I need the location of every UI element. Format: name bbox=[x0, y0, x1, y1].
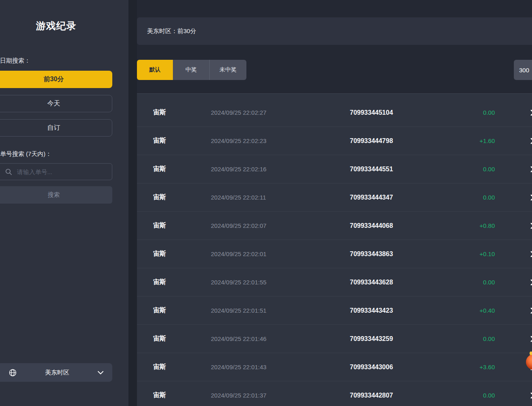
timezone-selector[interactable]: 美东时区 bbox=[0, 363, 112, 382]
chevron-right-icon[interactable] bbox=[495, 166, 532, 172]
order-number: 709933443006 bbox=[350, 364, 431, 371]
game-name: 宙斯 bbox=[137, 137, 211, 145]
order-number: 709933444551 bbox=[350, 166, 431, 173]
tab-lose[interactable]: 未中奖 bbox=[209, 60, 246, 80]
date-search-label: 日期搜索： bbox=[0, 57, 30, 65]
game-name: 宙斯 bbox=[137, 193, 211, 202]
search-button[interactable]: 搜索 bbox=[0, 186, 112, 204]
order-number: 709933444798 bbox=[350, 137, 431, 145]
chevron-right-icon[interactable] bbox=[495, 307, 532, 314]
order-number: 709933443863 bbox=[350, 250, 431, 258]
bet-time: 2024/09/25 22:01:46 bbox=[211, 335, 350, 342]
timezone-label: 美东时区 bbox=[17, 369, 98, 377]
order-search-input[interactable] bbox=[17, 168, 112, 175]
date-range-last30min-button[interactable]: 前30分 bbox=[0, 71, 112, 88]
filter-tabs: 默认 中奖 未中奖 bbox=[137, 60, 246, 80]
table-row[interactable]: 宙斯 2024/09/25 22:02:11 709933444347 0.00 bbox=[137, 183, 532, 212]
order-search-label: 单号搜索 (7天内)： bbox=[0, 150, 52, 158]
order-number: 709933443423 bbox=[350, 307, 431, 314]
date-range-today-button[interactable]: 今天 bbox=[0, 95, 112, 112]
bet-time: 2024/09/25 22:02:27 bbox=[211, 109, 350, 116]
tab-default[interactable]: 默认 bbox=[137, 60, 173, 80]
chevron-right-icon[interactable] bbox=[495, 138, 532, 144]
table-row[interactable]: 宙斯 2024/09/25 22:02:16 709933444551 0.00 bbox=[137, 155, 532, 183]
order-number: 709933444068 bbox=[350, 222, 431, 229]
chevron-down-icon bbox=[98, 371, 103, 374]
bet-time: 2024/09/25 22:01:51 bbox=[211, 307, 350, 314]
timezone-range-header: 美东时区：前30分 bbox=[137, 17, 532, 45]
win-amount: +0.40 bbox=[431, 307, 495, 314]
game-name: 宙斯 bbox=[137, 108, 211, 117]
table-row[interactable]: 宙斯 2024/09/25 22:01:55 709933443628 0.00 bbox=[137, 268, 532, 297]
table-row[interactable]: 宙斯 2024/09/25 22:02:07 709933444068 +0.8… bbox=[137, 212, 532, 240]
chevron-right-icon[interactable] bbox=[495, 223, 532, 229]
order-search-box bbox=[0, 163, 112, 180]
bet-time: 2024/09/25 22:02:01 bbox=[211, 250, 350, 257]
page-size-button[interactable]: 300 bbox=[514, 60, 532, 80]
table-row[interactable]: 宙斯 2024/09/25 22:02:01 709933443863 +0.1… bbox=[137, 240, 532, 268]
game-name: 宙斯 bbox=[137, 363, 211, 371]
order-number: 709933442807 bbox=[350, 392, 431, 399]
order-number: 709933443259 bbox=[350, 335, 431, 343]
table-row[interactable]: 宙斯 2024/09/25 22:01:46 709933443259 0.00 bbox=[137, 325, 532, 353]
chevron-right-icon[interactable] bbox=[495, 336, 532, 342]
order-number: 709933445104 bbox=[350, 109, 431, 116]
search-icon bbox=[5, 168, 12, 175]
date-range-custom-button[interactable]: 自订 bbox=[0, 119, 112, 137]
win-amount: +0.80 bbox=[431, 222, 495, 229]
sidebar: 游戏纪录 日期搜索： 前30分 今天 自订 单号搜索 (7天内)： 搜索 美东时… bbox=[0, 0, 128, 406]
bet-time: 2024/09/25 22:01:43 bbox=[211, 364, 350, 370]
win-amount: 0.00 bbox=[431, 109, 495, 116]
win-amount: 0.00 bbox=[431, 166, 495, 172]
order-number: 709933443628 bbox=[350, 279, 431, 286]
chevron-right-icon[interactable] bbox=[495, 109, 532, 116]
bet-time: 2024/09/25 22:02:07 bbox=[211, 222, 350, 229]
table-row[interactable]: 宙斯 2024/09/25 22:02:27 709933445104 0.00 bbox=[137, 99, 532, 127]
win-amount: +3.60 bbox=[431, 364, 495, 370]
chevron-right-icon[interactable] bbox=[495, 251, 532, 257]
game-name: 宙斯 bbox=[137, 165, 211, 173]
game-name: 宙斯 bbox=[137, 221, 211, 230]
page-title: 游戏纪录 bbox=[0, 19, 112, 32]
win-amount: 0.00 bbox=[431, 335, 495, 342]
bet-time: 2024/09/25 22:02:11 bbox=[211, 194, 350, 201]
sidebar-main-divider bbox=[128, 0, 137, 406]
table-row[interactable]: 宙斯 2024/09/25 22:01:37 709933442807 0.00 bbox=[137, 381, 532, 406]
chevron-right-icon[interactable] bbox=[495, 279, 532, 286]
order-number: 709933444347 bbox=[350, 194, 431, 201]
win-amount: 0.00 bbox=[431, 194, 495, 201]
table-row[interactable]: 宙斯 2024/09/25 22:02:23 709933444798 +1.6… bbox=[137, 127, 532, 155]
game-name: 宙斯 bbox=[137, 306, 211, 315]
bet-time: 2024/09/25 22:01:55 bbox=[211, 279, 350, 286]
win-amount: +0.10 bbox=[431, 250, 495, 257]
table-row[interactable]: 宙斯 2024/09/25 22:01:43 709933443006 +3.6… bbox=[137, 353, 532, 381]
bet-time: 2024/09/25 22:02:23 bbox=[211, 137, 350, 144]
bet-time: 2024/09/25 22:01:37 bbox=[211, 392, 350, 399]
win-amount: 0.00 bbox=[431, 279, 495, 286]
records-list: 宙斯 2024/09/25 22:02:27 709933445104 0.00… bbox=[137, 99, 532, 406]
chevron-right-icon[interactable] bbox=[495, 392, 532, 399]
chevron-right-icon[interactable] bbox=[495, 194, 532, 201]
win-amount: 0.00 bbox=[431, 392, 495, 399]
game-name: 宙斯 bbox=[137, 278, 211, 286]
table-row[interactable]: 宙斯 2024/09/25 22:01:51 709933443423 +0.4… bbox=[137, 297, 532, 325]
records-table: 宙斯 2024/09/25 22:02:27 709933445104 0.00… bbox=[137, 93, 532, 406]
win-amount: +1.60 bbox=[431, 137, 495, 144]
globe-icon bbox=[9, 369, 17, 377]
game-name: 宙斯 bbox=[137, 250, 211, 258]
game-name: 宙斯 bbox=[137, 391, 211, 400]
tab-win[interactable]: 中奖 bbox=[173, 60, 209, 80]
bet-time: 2024/09/25 22:02:16 bbox=[211, 166, 350, 172]
game-name: 宙斯 bbox=[137, 334, 211, 343]
